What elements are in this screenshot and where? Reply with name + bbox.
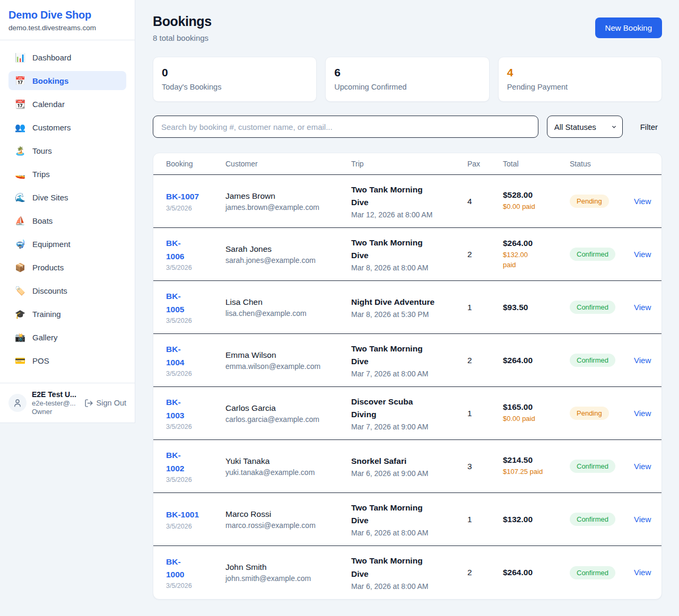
- trip-date: Mar 8, 2026 at 8:00 AM: [351, 263, 462, 272]
- island-icon: 🏝️: [15, 146, 25, 156]
- sidebar-item-products[interactable]: 📦Products: [8, 258, 126, 277]
- sidebar-item-customers[interactable]: 👥Customers: [8, 118, 126, 137]
- view-link[interactable]: View: [634, 356, 651, 365]
- booking-id-link[interactable]: BK- 1002: [166, 449, 184, 474]
- sidebar-item-pos[interactable]: 💳POS: [8, 351, 126, 370]
- view-link[interactable]: View: [634, 462, 651, 471]
- trip-name: Night Dive Adventure: [351, 296, 462, 309]
- view-link[interactable]: View: [634, 568, 651, 577]
- customer-cell: Lisa Chenlisa.chen@example.com: [225, 297, 351, 318]
- sidebar-item-dive-sites[interactable]: 🌊Dive Sites: [8, 188, 126, 207]
- booking-id-link[interactable]: BK- 1003: [166, 396, 184, 421]
- new-booking-button[interactable]: New Booking: [595, 17, 662, 38]
- view-link[interactable]: View: [634, 409, 651, 418]
- trip-date: Mar 12, 2026 at 8:00 AM: [351, 210, 462, 219]
- booking-id-link[interactable]: BK- 1004: [166, 343, 184, 368]
- customer-name: Sarah Jones: [225, 244, 346, 254]
- sidebar-item-gallery[interactable]: 📸Gallery: [8, 328, 126, 347]
- sailboat-icon: ⛵: [15, 216, 25, 226]
- view-link[interactable]: View: [634, 197, 651, 206]
- column-header: Status: [570, 160, 634, 168]
- pax-value: 2: [467, 356, 503, 365]
- booking-date: 3/5/2026: [166, 264, 220, 271]
- actions-cell: View: [634, 303, 649, 312]
- column-header: Booking: [166, 160, 225, 168]
- sign-out-icon: [84, 399, 93, 408]
- sidebar-item-discounts[interactable]: 🏷️Discounts: [8, 281, 126, 300]
- page-subtitle: 8 total bookings: [153, 33, 212, 42]
- customer-cell: John Smithjohn.smith@example.com: [225, 562, 351, 583]
- main-content: Bookings 8 total bookings New Booking 0T…: [135, 0, 679, 616]
- sidebar-item-bookings[interactable]: 📅Bookings: [8, 71, 126, 90]
- booking-id-link[interactable]: BK- 1000: [166, 556, 184, 581]
- sidebar-item-label: Trips: [32, 170, 50, 179]
- pax-value: 3: [467, 462, 503, 471]
- total-amount: $528.00: [503, 190, 564, 200]
- total-amount: $93.50: [503, 303, 564, 312]
- customer-cell: Sarah Jonessarah.jones@example.com: [225, 244, 351, 265]
- user-icon: [13, 398, 22, 408]
- customer-name: Marco Rossi: [225, 509, 346, 519]
- sidebar-item-dashboard[interactable]: 📊Dashboard: [8, 48, 126, 67]
- view-link[interactable]: View: [634, 515, 651, 524]
- booking-id-link[interactable]: BK- 1005: [166, 290, 184, 315]
- sidebar-item-trips[interactable]: 🚤Trips: [8, 164, 126, 183]
- table-row: BK- 10043/5/2026Emma Wilsonemma.wilson@e…: [153, 334, 661, 387]
- sign-out-button[interactable]: Sign Out: [84, 399, 126, 408]
- sidebar-item-label: Tours: [32, 146, 52, 155]
- total-cell: $264.00: [503, 356, 570, 365]
- trip-name: Two Tank Morning Dive: [351, 236, 462, 262]
- stat-value: 6: [334, 66, 480, 79]
- trip-name: Two Tank Morning Dive: [351, 183, 462, 209]
- booking-id-link[interactable]: BK-1007: [166, 190, 199, 203]
- status-cell: Confirmed: [570, 566, 634, 579]
- stats-row: 0Today's Bookings6Upcoming Confirmed4Pen…: [153, 57, 662, 102]
- trip-cell: Two Tank Morning DiveMar 8, 2026 at 8:00…: [351, 236, 467, 272]
- sidebar-item-equipment[interactable]: 🤿Equipment: [8, 234, 126, 253]
- search-input[interactable]: [153, 116, 538, 138]
- view-link[interactable]: View: [634, 250, 651, 259]
- actions-cell: View: [634, 568, 649, 577]
- status-select[interactable]: All Statuses: [547, 116, 623, 138]
- sidebar-item-label: Equipment: [32, 240, 71, 249]
- package-icon: 📦: [15, 262, 25, 272]
- trip-cell: Two Tank Morning DiveMar 7, 2026 at 8:00…: [351, 342, 467, 378]
- booking-id-link[interactable]: BK- 1006: [166, 237, 184, 262]
- booking-cell: BK-10013/5/2026: [166, 508, 225, 530]
- booking-cell: BK- 10003/5/2026: [166, 556, 225, 589]
- table-header-row: BookingCustomerTripPaxTotalStatus: [153, 153, 661, 175]
- table-row: BK- 10003/5/2026John Smithjohn.smith@exa…: [153, 546, 661, 599]
- sidebar-item-calendar[interactable]: 📆Calendar: [8, 94, 126, 113]
- calendar-date-icon: 📅: [15, 76, 25, 86]
- view-link[interactable]: View: [634, 303, 651, 312]
- sidebar-item-label: Boats: [32, 216, 53, 225]
- pax-value: 2: [467, 568, 503, 577]
- customer-email: sarah.jones@example.com: [225, 256, 346, 265]
- sidebar-item-label: Calendar: [32, 100, 65, 109]
- status-badge: Confirmed: [570, 460, 615, 473]
- status-badge: Confirmed: [570, 301, 615, 314]
- column-header: Customer: [225, 160, 351, 168]
- sidebar-item-training[interactable]: 🎓Training: [8, 304, 126, 323]
- credit-card-icon: 💳: [15, 356, 25, 366]
- trip-date: Mar 6, 2026 at 8:00 AM: [351, 529, 462, 537]
- booking-cell: BK-10073/5/2026: [166, 190, 225, 212]
- paid-amount: $132.00 paid: [503, 250, 564, 270]
- booking-id-link[interactable]: BK-1001: [166, 508, 199, 521]
- total-amount: $214.50: [503, 455, 564, 465]
- customer-name: Yuki Tanaka: [225, 456, 346, 466]
- actions-cell: View: [634, 515, 649, 524]
- total-cell: $528.00$0.00 paid: [503, 190, 570, 212]
- table-row: BK- 10063/5/2026Sarah Jonessarah.jones@e…: [153, 228, 661, 281]
- actions-cell: View: [634, 356, 649, 365]
- filter-button[interactable]: Filter: [636, 118, 662, 136]
- trip-cell: Night Dive AdventureMar 8, 2026 at 5:30 …: [351, 296, 467, 319]
- sidebar-item-boats[interactable]: ⛵Boats: [8, 211, 126, 230]
- total-cell: $264.00: [503, 568, 570, 577]
- sidebar-item-tours[interactable]: 🏝️Tours: [8, 141, 126, 160]
- wave-icon: 🌊: [15, 192, 25, 203]
- avatar: [8, 394, 27, 412]
- stat-label: Upcoming Confirmed: [334, 83, 480, 91]
- booking-date: 3/5/2026: [166, 205, 220, 212]
- customer-email: carlos.garcia@example.com: [225, 415, 346, 424]
